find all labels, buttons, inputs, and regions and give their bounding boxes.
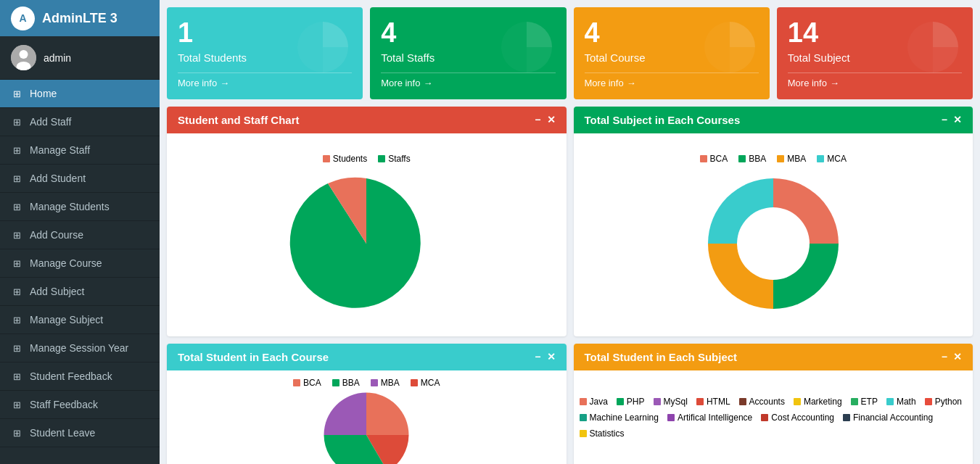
- sidebar-label-manage-session: Manage Session Year: [30, 342, 128, 354]
- legend-dot-marketing: [794, 398, 801, 405]
- add-student-icon: ⊞: [11, 173, 22, 184]
- subject-chart-icon: [904, 18, 962, 79]
- student-staff-pie: [294, 171, 439, 316]
- minimize-btn-3[interactable]: −: [535, 351, 540, 362]
- student-subject-controls: − ✕: [942, 351, 962, 362]
- student-subject-header: Total Student in Each Subject − ✕: [574, 344, 973, 370]
- sidebar-item-student-leave[interactable]: ⊞ Student Leave: [0, 419, 160, 447]
- student-subject-chart-box: Total Student in Each Subject − ✕ Java P…: [574, 344, 973, 464]
- add-course-icon: ⊞: [11, 229, 22, 241]
- legend-dot-bca: [700, 155, 707, 162]
- brand-name: AdminLTE 3: [42, 11, 118, 26]
- legend-staffs: Staffs: [378, 154, 410, 164]
- legend-mba: MBA: [777, 154, 806, 164]
- legend-dot-java: [580, 398, 587, 405]
- close-btn-4[interactable]: ✕: [953, 351, 962, 362]
- legend-mca: MCA: [817, 154, 847, 164]
- svg-point-1: [20, 50, 28, 59]
- sidebar-item-add-subject[interactable]: ⊞ Add Subject: [0, 278, 160, 306]
- legend-sc-mba: MBA: [371, 378, 400, 388]
- charts-row-1: Student and Staff Chart − ✕ Students Sta…: [167, 107, 973, 336]
- sidebar: A AdminLTE 3 admin ⊞ Home ⊞ Add Staff: [0, 0, 160, 464]
- sidebar-item-student-feedback[interactable]: ⊞ Student Feedback: [0, 362, 160, 391]
- legend-etp: ETP: [851, 397, 878, 407]
- sidebar-item-manage-subject[interactable]: ⊞ Manage Subject: [0, 306, 160, 334]
- manage-staff-icon: ⊞: [11, 144, 22, 156]
- student-course-legend: BCA BBA MBA MCA: [293, 378, 440, 388]
- sidebar-item-manage-staff[interactable]: ⊞ Manage Staff: [0, 136, 160, 165]
- sidebar-item-manage-students[interactable]: ⊞ Manage Students: [0, 193, 160, 221]
- close-btn-2[interactable]: ✕: [953, 114, 962, 125]
- sidebar-item-add-staff[interactable]: ⊞ Add Staff: [0, 108, 160, 136]
- arrow-right-icon-2: →: [423, 78, 432, 88]
- student-leave-icon: ⊞: [11, 427, 22, 439]
- course-chart-icon: [701, 18, 759, 79]
- legend-dot-mba: [777, 155, 784, 162]
- sidebar-label-add-subject: Add Subject: [30, 286, 85, 297]
- legend-dot-math: [886, 398, 894, 405]
- subject-courses-chart-box: Total Subject in Each Courses − ✕ BCA BB…: [574, 107, 973, 336]
- legend-dot-sc-bca: [293, 379, 300, 386]
- legend-dot-fin: [843, 414, 850, 421]
- sidebar-item-staff-feedback[interactable]: ⊞ Staff Feedback: [0, 391, 160, 419]
- info-box-staffs: 4 Total Staffs More info →: [370, 7, 566, 99]
- legend-dot-html: [696, 398, 704, 405]
- legend-sc-bba: BBA: [332, 378, 360, 388]
- legend-dot-accounts: [739, 398, 746, 405]
- close-btn-3[interactable]: ✕: [547, 351, 556, 362]
- sidebar-item-add-student[interactable]: ⊞ Add Student: [0, 165, 160, 193]
- student-subject-title: Total Student in Each Subject: [585, 351, 738, 363]
- sidebar-label-student-leave: Student Leave: [30, 427, 95, 439]
- legend-bba: BBA: [738, 154, 766, 164]
- arrow-right-icon-4: →: [830, 78, 839, 88]
- legend-marketing: Marketing: [794, 397, 842, 407]
- minimize-btn-2[interactable]: −: [942, 114, 947, 125]
- close-btn-1[interactable]: ✕: [547, 114, 556, 125]
- student-subject-legend: Java PHP MySql HTML: [580, 397, 968, 439]
- sidebar-label-manage-students: Manage Students: [30, 201, 110, 212]
- legend-dot-bba: [738, 155, 746, 162]
- legend-stats: Statistics: [580, 428, 625, 439]
- sidebar-item-add-course[interactable]: ⊞ Add Course: [0, 221, 160, 249]
- sidebar-label-home: Home: [30, 88, 57, 99]
- student-staff-chart-title: Student and Staff Chart: [178, 114, 300, 126]
- minimize-btn-1[interactable]: −: [535, 114, 540, 125]
- manage-course-icon: ⊞: [11, 257, 22, 269]
- student-course-title: Total Student in Each Course: [178, 351, 329, 363]
- sidebar-item-manage-session-year[interactable]: ⊞ Manage Session Year: [0, 334, 160, 362]
- sidebar-item-manage-course[interactable]: ⊞ Manage Course: [0, 249, 160, 278]
- home-icon: ⊞: [11, 88, 22, 99]
- legend-bca: BCA: [700, 154, 728, 164]
- student-subject-body: Java PHP MySql HTML: [574, 370, 973, 464]
- sidebar-nav: ⊞ Home ⊞ Add Staff ⊞ Manage Staff ⊞ Add …: [0, 80, 160, 447]
- charts-row-2: Total Student in Each Course − ✕ BCA BBA: [167, 344, 973, 464]
- sidebar-label-manage-subject: Manage Subject: [30, 314, 103, 326]
- legend-dot-mca: [817, 155, 824, 162]
- username: admin: [44, 52, 71, 64]
- subject-courses-controls: − ✕: [942, 114, 962, 125]
- info-box-students: 1 Total Students More info →: [167, 7, 363, 99]
- subject-courses-header: Total Subject in Each Courses − ✕: [574, 107, 973, 133]
- legend-dot-sc-bba: [332, 379, 339, 386]
- student-course-chart-box: Total Student in Each Course − ✕ BCA BBA: [167, 344, 567, 464]
- staff-feedback-icon: ⊞: [11, 399, 22, 410]
- manage-session-icon: ⊞: [11, 342, 22, 354]
- arrow-right-icon: →: [220, 78, 229, 88]
- subject-courses-title: Total Subject in Each Courses: [585, 114, 741, 126]
- legend-ai: Artifical Intelligence: [667, 413, 752, 423]
- legend-sc-bca: BCA: [293, 378, 321, 388]
- minimize-btn-4[interactable]: −: [942, 351, 947, 362]
- sidebar-item-home[interactable]: ⊞ Home: [0, 80, 160, 108]
- legend-java: Java: [580, 397, 608, 407]
- svg-point-3: [737, 207, 810, 280]
- legend-mysql: MySql: [654, 397, 688, 407]
- legend-dot-sc-mba: [371, 379, 378, 386]
- sidebar-label-manage-staff: Manage Staff: [30, 144, 90, 156]
- legend-dot-ml: [580, 414, 587, 421]
- legend-accounts: Accounts: [739, 397, 785, 407]
- student-course-header: Total Student in Each Course − ✕: [167, 344, 567, 370]
- legend-cost-acct: Cost Accounting: [761, 413, 834, 423]
- legend-dot-cost: [761, 414, 768, 421]
- student-feedback-icon: ⊞: [11, 370, 22, 382]
- legend-sc-mca: MCA: [411, 378, 440, 388]
